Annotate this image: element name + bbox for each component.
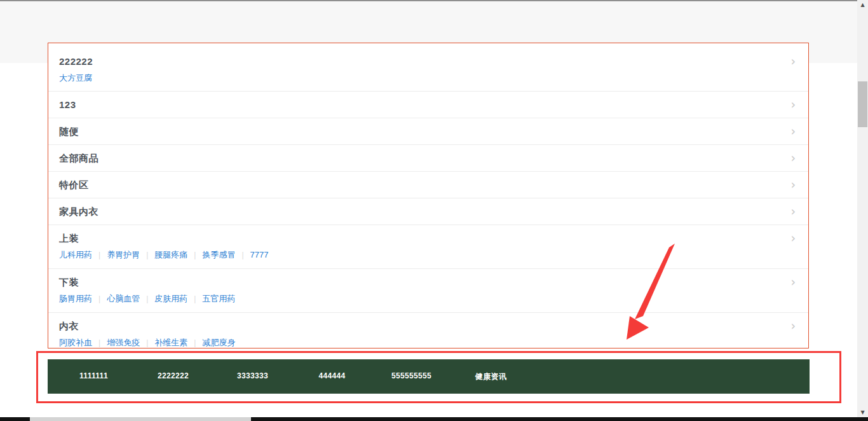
category-sublinks: 大方豆腐 (59, 72, 797, 83)
category-row[interactable]: 家具内衣 › (48, 198, 808, 225)
chevron-right-icon: › (790, 233, 796, 243)
chevron-right-icon: › (790, 127, 796, 136)
category-sublink[interactable]: 肠胃用药 (59, 294, 92, 303)
category-title[interactable]: 上装 (59, 233, 79, 244)
category-row-header: 随便 › (59, 126, 797, 137)
category-title[interactable]: 特价区 (59, 179, 89, 190)
category-title[interactable]: 123 (59, 99, 76, 110)
chevron-right-icon: › (790, 277, 796, 287)
footer-nav-item[interactable]: 健康资讯 (451, 371, 531, 382)
category-title[interactable]: 全部商品 (59, 153, 98, 163)
vertical-scrollbar[interactable]: ▲ ▼ (857, 0, 868, 417)
category-title[interactable]: 随便 (59, 126, 79, 137)
horizontal-scrollbar[interactable] (0, 417, 868, 421)
category-row[interactable]: 特价区 › (48, 172, 808, 198)
chevron-right-icon: › (790, 180, 796, 190)
category-row[interactable]: 上装 › 儿科用药养胃护胃腰腿疼痛换季感冒7777 (48, 225, 808, 269)
chevron-right-icon: › (790, 321, 796, 331)
horizontal-scrollbar-thumb[interactable] (30, 417, 251, 421)
category-sublink[interactable]: 补维生素 (140, 338, 187, 347)
category-sublinks: 阿胶补血增强免疫补维生素减肥廋身 (59, 336, 797, 349)
category-sublink[interactable]: 7777 (235, 250, 268, 259)
category-list: 222222 › 大方豆腐 123 › 随便 › 全部商品 › 特价区 › 家具… (48, 43, 808, 349)
footer-nav-item[interactable]: 555555555 (372, 371, 451, 382)
chevron-right-icon: › (790, 57, 796, 66)
chevron-right-icon: › (790, 207, 796, 216)
category-row-header: 222222 › (59, 56, 797, 67)
category-row[interactable]: 123 › (48, 92, 808, 118)
category-sublink[interactable]: 腰腿疼痛 (140, 250, 187, 259)
vertical-scrollbar-thumb[interactable] (858, 81, 867, 127)
category-row-header: 123 › (59, 99, 797, 110)
footer-nav-item[interactable]: 1111111 (54, 371, 133, 382)
category-sublink[interactable]: 减肥廋身 (187, 338, 235, 347)
category-title[interactable]: 家具内衣 (59, 206, 98, 217)
category-sublink[interactable]: 五官用药 (187, 294, 235, 303)
category-sublink[interactable]: 大方豆腐 (59, 73, 92, 83)
chevron-right-icon: › (790, 100, 796, 109)
category-row-header: 上装 › (59, 233, 797, 244)
category-title[interactable]: 下装 (59, 277, 79, 287)
category-title[interactable]: 内衣 (59, 321, 79, 331)
chevron-right-icon: › (790, 153, 796, 163)
category-row-header: 特价区 › (59, 179, 797, 190)
category-sublink[interactable]: 增强免疫 (92, 338, 140, 347)
footer-nav-item[interactable]: 3333333 (213, 371, 292, 382)
category-row-header: 全部商品 › (59, 153, 797, 163)
category-row-header: 内衣 › (59, 321, 797, 331)
category-row-header: 下装 › (59, 277, 797, 287)
category-row[interactable]: 全部商品 › (48, 145, 808, 172)
category-row[interactable]: 随便 › (48, 118, 808, 145)
category-sublink[interactable]: 换季感冒 (187, 250, 235, 259)
footer-nav-item[interactable]: 444444 (292, 371, 372, 382)
scroll-down-icon[interactable]: ▼ (857, 408, 868, 417)
scroll-up-icon[interactable]: ▲ (857, 0, 868, 10)
category-row-header: 家具内衣 › (59, 206, 797, 217)
category-panel: 222222 › 大方豆腐 123 › 随便 › 全部商品 › 特价区 › 家具… (48, 43, 809, 349)
category-sublink[interactable]: 心脑血管 (92, 294, 140, 303)
category-sublinks: 儿科用药养胃护胃腰腿疼痛换季感冒7777 (59, 249, 797, 261)
category-sublink[interactable]: 阿胶补血 (59, 338, 92, 347)
category-row[interactable]: 内衣 › 阿胶补血增强免疫补维生素减肥廋身 (48, 313, 808, 349)
category-sublinks: 肠胃用药心脑血管皮肤用药五官用药 (59, 293, 797, 305)
footer-nav-item[interactable]: 2222222 (133, 371, 213, 382)
category-row[interactable]: 下装 › 肠胃用药心脑血管皮肤用药五官用药 (48, 269, 808, 313)
category-sublink[interactable]: 皮肤用药 (140, 294, 187, 303)
category-sublink[interactable]: 养胃护胃 (92, 250, 140, 259)
footer-nav-items: 111111122222223333333444444555555555健康资讯 (54, 371, 531, 382)
category-title[interactable]: 222222 (59, 56, 93, 67)
category-row[interactable]: 222222 › 大方豆腐 (48, 43, 808, 92)
footer-nav: 111111122222223333333444444555555555健康资讯 (48, 359, 810, 394)
category-sublink[interactable]: 儿科用药 (59, 250, 92, 259)
